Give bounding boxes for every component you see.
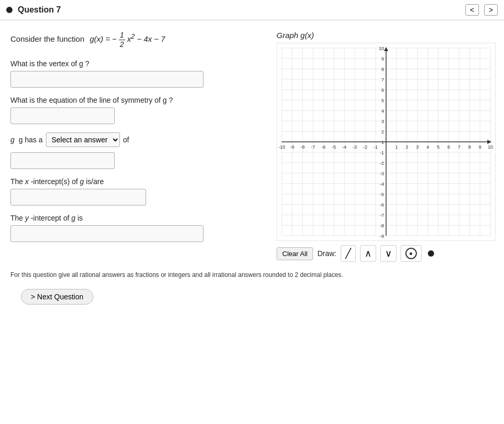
- graph-title: Graph g(x): [277, 31, 314, 40]
- svg-text:-3: -3: [380, 171, 384, 176]
- svg-text:-8: -8: [301, 144, 305, 150]
- x-intercept-label: The x -intercept(s) of g is/are: [10, 177, 266, 186]
- header: Question 7 < >: [0, 0, 504, 20]
- symmetry-label: What is the equation of the line of symm…: [10, 96, 266, 104]
- has-value-input[interactable]: [10, 152, 115, 169]
- svg-text:5: 5: [437, 144, 439, 150]
- svg-text:-8: -8: [380, 223, 384, 228]
- svg-text:10: 10: [488, 144, 493, 150]
- svg-text:-1: -1: [380, 150, 384, 155]
- main-content: Consider the function g(x) = − 1 2 x2 − …: [0, 20, 504, 267]
- svg-text:-6: -6: [321, 144, 326, 150]
- svg-text:7: 7: [381, 77, 384, 82]
- svg-text:1: 1: [381, 140, 384, 145]
- bullet-dot: [428, 250, 434, 257]
- vertex-label: What is the vertex of g ?: [10, 59, 266, 68]
- svg-text:-4: -4: [342, 144, 346, 150]
- svg-text:7: 7: [458, 144, 460, 150]
- svg-text:6: 6: [447, 144, 450, 150]
- svg-text:-7: -7: [380, 213, 384, 218]
- draw-curve-up-button[interactable]: ∧: [360, 245, 376, 262]
- draw-curve-down-button[interactable]: ∨: [380, 245, 397, 262]
- svg-text:1: 1: [395, 144, 398, 150]
- svg-text:8: 8: [381, 67, 384, 72]
- svg-text:4: 4: [381, 108, 384, 114]
- x-intercept-input[interactable]: [10, 189, 146, 205]
- svg-text:-5: -5: [332, 144, 336, 150]
- next-question-button[interactable]: > Next Question: [21, 289, 93, 305]
- svg-text:6: 6: [381, 88, 384, 93]
- symmetry-question: What is the equation of the line of symm…: [10, 96, 266, 124]
- clear-all-button[interactable]: Clear All: [277, 247, 313, 260]
- svg-text:2: 2: [381, 129, 384, 135]
- vertex-input[interactable]: [10, 71, 203, 88]
- svg-text:-4: -4: [380, 181, 384, 187]
- function-description: Consider the function g(x) = − 1 2 x2 − …: [10, 31, 266, 49]
- of-text: of: [123, 136, 129, 144]
- svg-text:2: 2: [405, 144, 408, 150]
- svg-text:-3: -3: [353, 144, 357, 150]
- question-title: Question 7: [18, 5, 460, 15]
- svg-text:-9: -9: [290, 144, 294, 150]
- svg-text:-2: -2: [380, 161, 384, 166]
- svg-text:8: 8: [468, 144, 471, 150]
- has-select-question: g g has a Select an answer maximum minim…: [10, 132, 266, 169]
- select-answer-dropdown[interactable]: Select an answer maximum minimum: [46, 132, 120, 147]
- circle-dot-icon: [410, 252, 412, 255]
- svg-text:-2: -2: [363, 144, 367, 150]
- svg-text:9: 9: [381, 56, 384, 62]
- svg-text:4: 4: [426, 144, 429, 150]
- function-intro-text: Consider the function: [10, 34, 85, 43]
- nav-next-button[interactable]: >: [484, 4, 498, 16]
- svg-text:3: 3: [416, 144, 418, 150]
- svg-text:-5: -5: [380, 192, 384, 197]
- has-text: g has a: [19, 136, 43, 144]
- svg-text:-1: -1: [374, 144, 378, 150]
- g-label: g: [10, 136, 15, 144]
- x-intercept-question: The x -intercept(s) of g is/are: [10, 177, 266, 205]
- svg-text:3: 3: [381, 119, 384, 124]
- question-dot: [6, 7, 13, 13]
- draw-circle-button[interactable]: [401, 245, 422, 262]
- draw-label: Draw:: [317, 249, 337, 258]
- svg-text:-10: -10: [278, 144, 285, 150]
- svg-text:-9: -9: [380, 234, 384, 239]
- nav-prev-button[interactable]: <: [465, 4, 479, 16]
- footer-note: For this question give all rational answ…: [0, 267, 504, 283]
- graph-container[interactable]: -10 -9 -8 -7 -6 -5 -4 -3 -2 -1 1 2 3 4 5: [277, 43, 496, 241]
- draw-tools-row: Clear All Draw: ╱ ∧ ∨: [277, 245, 434, 262]
- line-icon: ╱: [345, 248, 351, 259]
- svg-text:10: 10: [379, 46, 384, 51]
- right-panel: Graph g(x): [277, 31, 496, 262]
- curve-up-icon: ∧: [365, 248, 371, 259]
- has-select-row: g g has a Select an answer maximum minim…: [10, 132, 266, 147]
- y-intercept-input[interactable]: [10, 225, 203, 242]
- fraction-half: 1 2: [119, 31, 125, 49]
- curve-down-icon: ∨: [385, 248, 392, 259]
- svg-text:-6: -6: [380, 202, 384, 208]
- y-intercept-question: The y -intercept of g is: [10, 214, 266, 242]
- next-question-area: > Next Question: [0, 283, 504, 311]
- circle-icon: [405, 248, 417, 259]
- function-formula: g(x) = − 1 2 x2 − 4x − 7: [90, 34, 165, 43]
- y-intercept-label: The y -intercept of g is: [10, 214, 266, 222]
- draw-line-button[interactable]: ╱: [341, 245, 356, 262]
- svg-text:5: 5: [381, 98, 384, 103]
- vertex-question: What is the vertex of g ?: [10, 59, 266, 88]
- svg-text:9: 9: [478, 144, 481, 150]
- graph-svg: -10 -9 -8 -7 -6 -5 -4 -3 -2 -1 1 2 3 4 5: [277, 43, 496, 241]
- svg-text:-7: -7: [311, 144, 315, 150]
- left-panel: Consider the function g(x) = − 1 2 x2 − …: [10, 31, 266, 262]
- symmetry-input[interactable]: [10, 107, 115, 124]
